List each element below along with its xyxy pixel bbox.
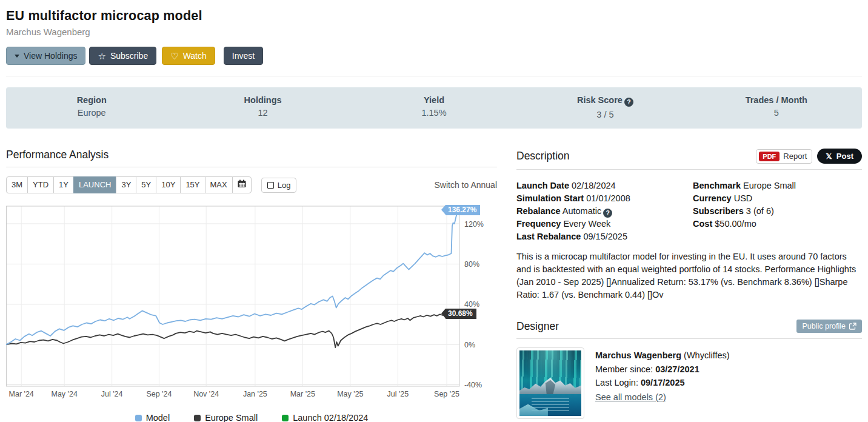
range-3y-button[interactable]: 3Y — [116, 176, 136, 193]
range-ytd-button[interactable]: YTD — [27, 176, 54, 193]
x-tick-label: May '24 — [51, 390, 77, 398]
x-tick-label: Jul '25 — [387, 390, 409, 398]
watch-button[interactable]: ♡ Watch — [162, 47, 215, 65]
range-1y-button[interactable]: 1Y — [53, 176, 74, 193]
designer-last-login: Last Login: 09/17/2025 — [595, 376, 730, 390]
range-3m-button[interactable]: 3M — [6, 176, 28, 193]
meta-currency: Currency USD — [693, 192, 862, 205]
range-button-group: 3M YTD 1Y LAUNCH 3Y 5Y 10Y 15Y MAX — [6, 176, 252, 193]
model-line — [7, 207, 460, 344]
x-tick-label: Jan '25 — [243, 390, 267, 398]
range-15y-button[interactable]: 15Y — [180, 176, 205, 193]
help-icon[interactable]: ? — [603, 209, 612, 218]
page-title: EU multifactor microcap model — [6, 8, 862, 24]
x-tick-label: May '25 — [337, 390, 363, 398]
heart-icon: ♡ — [170, 52, 178, 61]
benchmark-value-badge: 30.68% — [446, 309, 476, 319]
meta-benchmark: Benchmark Europe Small — [693, 179, 862, 192]
designer-info: Marchus Wagenberg (Whycliffes) Member si… — [595, 347, 730, 419]
meta-frequency: Frequency Every Week — [516, 218, 686, 230]
range-launch-button[interactable]: LAUNCH — [73, 176, 116, 193]
designer-member-since: Member since: 03/27/2021 — [595, 363, 730, 377]
benchmark-swatch-icon — [194, 415, 201, 421]
subscribe-button[interactable]: ☆ Subscribe — [89, 47, 156, 65]
description-title: Description — [516, 150, 570, 162]
designer-card: Marchus Wagenberg (Whycliffes) Member si… — [516, 347, 862, 419]
stat-holdings: Holdings 12 — [177, 95, 348, 119]
performance-title: Performance Analysis — [6, 149, 109, 161]
external-link-icon — [849, 323, 856, 330]
meta-simulation-start: Simulation Start 01/01/2008 — [516, 192, 686, 205]
description-text: This is a microcap multifactor model for… — [516, 250, 862, 301]
range-max-button[interactable]: MAX — [205, 176, 233, 193]
header-divider — [6, 76, 862, 76]
legend-benchmark[interactable]: Europe Small — [194, 413, 258, 422]
model-swatch-icon — [135, 415, 142, 421]
pdf-badge: PDF — [759, 152, 780, 161]
x-logo-icon: 𝕏 — [826, 152, 832, 161]
designer-title: Designer — [516, 320, 559, 333]
x-post-button[interactable]: 𝕏 Post — [817, 149, 862, 164]
help-icon[interactable]: ? — [624, 98, 633, 107]
description-section-header: Description PDF Report 𝕏 Post — [516, 149, 862, 170]
range-10y-button[interactable]: 10Y — [156, 176, 181, 193]
model-page: EU multifactor microcap model Marchus Wa… — [0, 0, 868, 422]
designer-section-header: Designer Public profile — [516, 320, 862, 339]
designer-name-line: Marchus Wagenberg (Whycliffes) — [595, 349, 730, 363]
meta-subscribers: Subscribers 3 (of 6) — [693, 205, 862, 218]
y-tick-label: 0% — [464, 341, 475, 349]
y-tick-label: 120% — [464, 220, 484, 229]
benchmark-line — [7, 313, 460, 347]
legend-launch[interactable]: Launch 02/18/2024 — [282, 413, 368, 422]
y-tick-label: 80% — [464, 260, 479, 269]
legend-model[interactable]: Model — [135, 413, 170, 422]
page-header: EU multifactor microcap model Marchus Wa… — [0, 0, 868, 76]
meta-right-column: Benchmark Europe Small Currency USD Subs… — [693, 179, 862, 243]
meta-cost: Cost $50.00/mo — [693, 218, 862, 230]
y-tick-label: -40% — [464, 381, 482, 389]
public-profile-button[interactable]: Public profile — [796, 320, 862, 333]
y-tick-label: 40% — [464, 300, 479, 309]
chart-controls: 3M YTD 1Y LAUNCH 3Y 5Y 10Y 15Y MAX — [6, 176, 497, 193]
designer-avatar[interactable] — [516, 347, 584, 419]
plot-border — [7, 206, 460, 386]
meta-launch-date: Launch Date 02/18/2024 — [516, 179, 686, 192]
checkbox-icon — [267, 182, 274, 189]
stat-region: Region Europe — [6, 95, 177, 119]
stat-trades-month: Trades / Month 5 — [691, 95, 862, 119]
view-holdings-button[interactable]: View Holdings — [6, 47, 85, 65]
stat-yield: Yield 1.15% — [349, 95, 519, 119]
x-tick-label: Nov '24 — [193, 390, 219, 398]
model-value-badge: 136.27% — [446, 205, 480, 215]
chart-legend: Model Europe Small Launch 02/18/2024 — [6, 413, 497, 422]
aurora-landscape-image — [519, 350, 581, 416]
meta-last-rebalance: Last Rebalance 09/15/2025 — [516, 230, 686, 243]
x-tick-label: Jul '24 — [101, 390, 123, 398]
model-meta: Launch Date 02/18/2024 Simulation Start … — [516, 179, 862, 243]
launch-swatch-icon — [282, 415, 289, 421]
calendar-icon — [238, 179, 246, 188]
stats-bar: Region Europe Holdings 12 Yield 1.15% Ri… — [6, 87, 862, 129]
custom-date-range-button[interactable] — [232, 176, 252, 193]
meta-rebalance: Rebalance Automatic? — [516, 205, 686, 218]
chart-canvas[interactable]: -40%0%40%80%120%Mar '24May '24Jul '24Sep… — [6, 203, 497, 406]
header-actions: View Holdings ☆ Subscribe ♡ Watch Invest — [6, 47, 862, 65]
log-scale-toggle[interactable]: Log — [261, 178, 297, 193]
range-5y-button[interactable]: 5Y — [136, 176, 156, 193]
stat-risk-score: Risk Score? 3 / 5 — [519, 95, 690, 119]
x-tick-label: Mar '24 — [9, 390, 34, 398]
x-tick-label: Sep '25 — [434, 390, 459, 398]
invest-button[interactable]: Invest — [224, 47, 263, 65]
performance-section-header: Performance Analysis — [6, 149, 497, 167]
meta-left-column: Launch Date 02/18/2024 Simulation Start … — [516, 179, 686, 243]
caret-down-icon — [15, 55, 19, 58]
performance-chart[interactable]: -40%0%40%80%120%Mar '24May '24Jul '24Sep… — [6, 203, 497, 406]
switch-to-annual-link[interactable]: Switch to Annual — [434, 180, 497, 190]
model-author: Marchus Wagenberg — [6, 27, 862, 37]
x-tick-label: Sep '24 — [146, 390, 172, 398]
x-tick-label: Mar '25 — [290, 390, 315, 398]
star-icon: ☆ — [98, 52, 105, 61]
pdf-report-button[interactable]: PDF Report — [756, 149, 812, 164]
see-all-models-link[interactable]: See all models (2) — [595, 390, 666, 404]
